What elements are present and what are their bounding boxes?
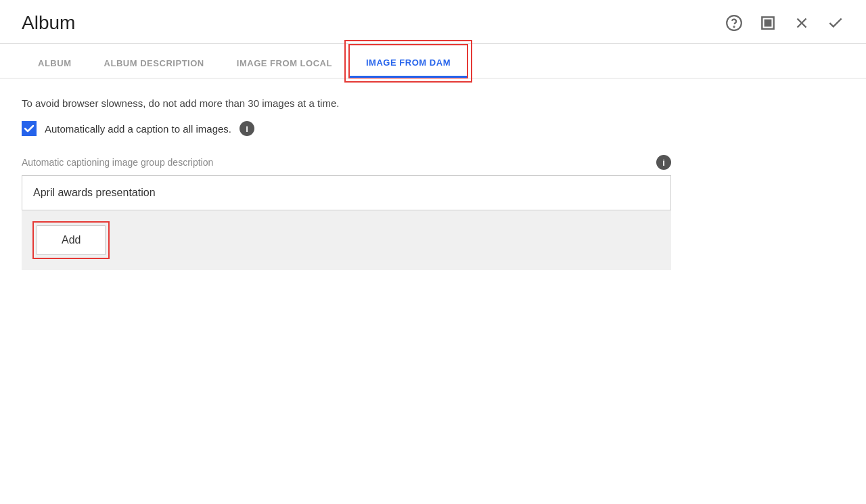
field-label: Automatic captioning image group descrip… <box>22 157 213 168</box>
add-button-wrapper: Add <box>32 221 110 259</box>
caption-info-icon[interactable]: i <box>240 121 254 136</box>
tab-album-description[interactable]: ALBUM DESCRIPTION <box>88 46 221 78</box>
tab-image-from-dam[interactable]: IMAGE FROM DAM <box>348 44 468 78</box>
fullscreen-icon[interactable] <box>759 14 777 32</box>
content-area: To avoid browser slowness, do not add mo… <box>22 97 671 270</box>
close-icon[interactable] <box>793 14 811 32</box>
caption-group-description-input[interactable] <box>22 175 671 210</box>
field-label-row: Automatic captioning image group descrip… <box>22 155 671 170</box>
help-icon[interactable] <box>725 14 743 32</box>
tabs-bar: ALBUM ALBUM DESCRIPTION IMAGE FROM LOCAL… <box>0 44 866 78</box>
app-container: Album <box>0 0 866 504</box>
svg-point-1 <box>733 26 734 27</box>
caption-field-section: Automatic captioning image group descrip… <box>22 155 671 210</box>
add-button[interactable]: Add <box>37 225 106 255</box>
header-actions <box>725 14 844 32</box>
svg-rect-3 <box>765 20 772 27</box>
tab-image-from-local[interactable]: IMAGE FROM LOCAL <box>221 46 348 78</box>
add-area: Add <box>22 210 671 270</box>
caption-checkbox[interactable] <box>22 121 37 136</box>
page-title: Album <box>22 12 75 34</box>
caption-checkbox-row: Automatically add a caption to all image… <box>22 121 671 136</box>
main-content: To avoid browser slowness, do not add mo… <box>0 78 866 504</box>
caption-checkbox-label: Automatically add a caption to all image… <box>45 123 231 135</box>
header: Album <box>0 0 866 43</box>
tab-album[interactable]: ALBUM <box>22 46 88 78</box>
info-text: To avoid browser slowness, do not add mo… <box>22 97 671 109</box>
confirm-icon[interactable] <box>827 14 844 32</box>
field-info-icon[interactable]: i <box>656 155 671 170</box>
